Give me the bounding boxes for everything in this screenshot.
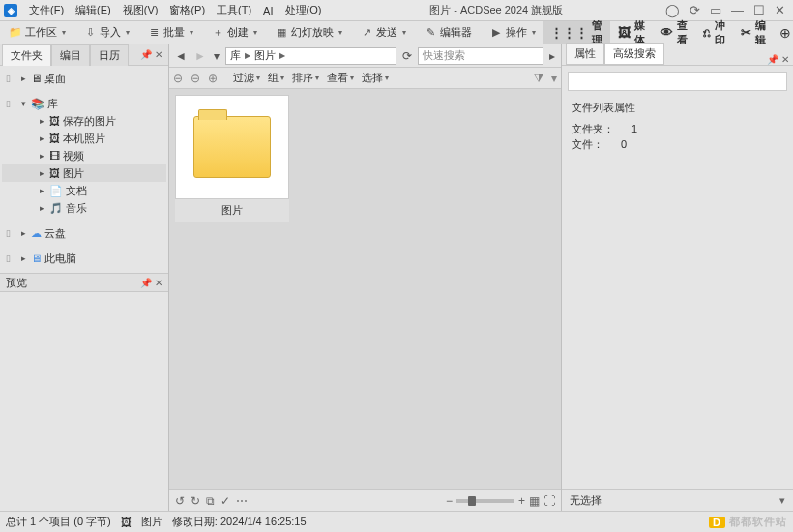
menu-file[interactable]: 文件(F) — [23, 1, 70, 19]
preview-pin-icon[interactable]: 📌 ✕ — [140, 278, 162, 288]
zoom-in-icon[interactable]: + — [518, 494, 525, 508]
refresh-icon[interactable]: ⟳ — [400, 49, 414, 63]
folder-icon — [193, 116, 271, 178]
tree-pictures[interactable]: ▸🖼图片 — [2, 164, 166, 182]
tb-workspace[interactable]: 📁工作区▾ — [4, 23, 71, 42]
nav-fwd-icon[interactable]: ► — [192, 49, 208, 63]
tree-this-pc[interactable]: ▯▸🖥此电脑 — [2, 250, 166, 267]
tb-action[interactable]: ▶操作▾ — [485, 23, 541, 42]
sync-icon[interactable]: ⟳ — [690, 3, 700, 17]
menu-process[interactable]: 处理(O) — [279, 1, 328, 19]
tb-create[interactable]: ＋创建▾ — [206, 23, 262, 42]
compare-icon[interactable]: ⧉ — [206, 494, 215, 508]
mode-develop[interactable]: ⎌冲印 — [695, 21, 733, 44]
more-icon[interactable]: ⋯ — [236, 494, 248, 508]
status-type-icon: 🖼 — [121, 517, 132, 528]
tree-desktop[interactable]: ▯▸🖥桌面 — [2, 70, 166, 87]
status-type: 图片 — [141, 515, 162, 529]
view-button[interactable]: 查看▾ — [327, 71, 354, 85]
tab-folders[interactable]: 文件夹 — [2, 44, 51, 66]
zoom-slider[interactable] — [456, 499, 514, 503]
property-header: 文件列表属性 — [572, 101, 783, 115]
thumb-frame — [175, 95, 289, 199]
tab-advanced-search[interactable]: 高级搜索 — [604, 43, 664, 65]
menu-ai[interactable]: AI — [257, 3, 279, 18]
batch-icon: ≣ — [147, 26, 161, 40]
nav-drop-icon[interactable]: ▾ — [212, 49, 221, 63]
tb-import[interactable]: ⇩导入▾ — [78, 23, 134, 42]
property-search-input[interactable] — [568, 72, 787, 91]
menu-view[interactable]: 视图(V) — [117, 1, 164, 19]
sort-button[interactable]: 排序▾ — [292, 71, 319, 85]
ext-icon[interactable]: ▭ — [710, 3, 721, 17]
mode-tabs: ⋮⋮⋮管理 🖼媒体 👁查看 ⎌冲印 ✂编辑 ⊕ ⫾⫾ — [543, 21, 793, 44]
tab-catalog[interactable]: 编目 — [51, 44, 90, 66]
folder-tree[interactable]: ▯▸🖥桌面 ▯▾📚库 ▸🖼保存的图片 ▸🖼本机照片 ▸🎞视频 ▸🖼图片 ▸📄文档… — [0, 66, 168, 273]
nav-prev-icon[interactable]: ⊖ — [173, 72, 183, 85]
prop-file-value: 0 — [621, 136, 627, 152]
globe-icon[interactable]: ⊕ — [779, 25, 791, 41]
tb-batch[interactable]: ≣批量▾ — [142, 23, 198, 42]
tree-documents[interactable]: ▸📄文档 — [2, 182, 166, 199]
close-icon[interactable]: ✕ — [775, 3, 785, 17]
zoom-out-icon[interactable]: − — [446, 494, 453, 508]
tree-videos[interactable]: ▸🎞视频 — [2, 147, 166, 164]
tb-send[interactable]: ↗发送▾ — [355, 23, 411, 42]
edit-icon: ✂ — [741, 25, 751, 40]
fullscreen-icon[interactable]: ⛶ — [543, 494, 555, 508]
menu-tools[interactable]: 工具(T) — [211, 1, 257, 19]
thumb-toolbar: ↺ ↻ ⧉ ✓ ⋯ − + ▦ ⛶ — [169, 489, 561, 511]
user-icon[interactable]: ◯ — [665, 3, 680, 17]
grid-icon: ⋮⋮⋮ — [550, 25, 588, 40]
tb-editor[interactable]: ✎编辑器 — [419, 23, 477, 42]
chevron-right-icon: ▶ — [279, 51, 285, 60]
view-mode-icon[interactable]: ▦ — [529, 494, 540, 508]
send-icon: ↗ — [360, 26, 373, 40]
slideshow-icon: ▦ — [275, 26, 288, 40]
quick-search-input[interactable]: 快速搜索 — [418, 47, 543, 65]
tab-properties[interactable]: 属性 — [566, 43, 604, 65]
rotate-right-icon[interactable]: ↻ — [191, 494, 200, 508]
breadcrumb[interactable]: 库 ▶ 图片 ▶ — [225, 47, 396, 65]
nav-next-icon[interactable]: ⊖ — [191, 72, 200, 85]
rotate-left-icon[interactable]: ↺ — [175, 494, 185, 508]
tree-cloud[interactable]: ▯▸☁云盘 — [2, 224, 166, 242]
develop-icon: ⎌ — [703, 25, 711, 40]
crumb-pictures[interactable]: 图片 — [254, 48, 276, 63]
minimize-icon[interactable]: — — [731, 3, 744, 17]
thumbnail-item[interactable]: 图片 — [175, 95, 289, 222]
crumb-library[interactable]: 库 — [230, 48, 241, 63]
nav-back-icon[interactable]: ◄ — [173, 49, 189, 63]
chevron-right-icon: ▶ — [245, 51, 250, 60]
tree-saved-pictures[interactable]: ▸🖼保存的图片 — [2, 112, 166, 130]
funnel-icon[interactable]: ⧩ — [534, 72, 543, 85]
search-go-icon[interactable]: ▸ — [547, 49, 557, 63]
nav-up-icon[interactable]: ⊕ — [208, 72, 218, 85]
select-button[interactable]: 选择▾ — [362, 71, 389, 85]
tab-calendar[interactable]: 日历 — [90, 44, 129, 66]
prop-pin-icon[interactable]: 📌 ✕ — [767, 54, 789, 65]
status-date: 修改日期: 2024/1/4 16:25:15 — [172, 515, 307, 529]
tree-library[interactable]: ▯▾📚库 — [2, 95, 166, 112]
prop-folder-label: 文件夹： — [572, 121, 614, 136]
group-button[interactable]: 组▾ — [268, 71, 284, 85]
mode-view[interactable]: 👁查看 — [653, 21, 695, 44]
maximize-icon[interactable]: ☐ — [753, 3, 765, 17]
cloud-icon: ☁ — [31, 227, 42, 240]
pin-icon[interactable]: 📌 ✕ — [134, 49, 168, 60]
mode-edit[interactable]: ✂编辑 — [733, 21, 774, 44]
eye-icon: 👁 — [661, 25, 673, 40]
tree-local-photos[interactable]: ▸🖼本机照片 — [2, 130, 166, 147]
zoom-control: − + ▦ ⛶ — [446, 494, 555, 508]
filter-opts-icon[interactable]: ▾ — [551, 72, 557, 85]
tag-icon[interactable]: ✓ — [220, 494, 230, 508]
menu-panes[interactable]: 窗格(P) — [163, 1, 211, 19]
tb-slideshow[interactable]: ▦幻灯放映▾ — [270, 23, 347, 42]
selection-drop-icon[interactable]: ▾ — [779, 494, 785, 507]
mode-manage[interactable]: ⋮⋮⋮管理 — [543, 21, 610, 44]
filter-button[interactable]: 过滤▾ — [233, 71, 260, 85]
tree-music[interactable]: ▸🎵音乐 — [2, 199, 166, 217]
mode-media[interactable]: 🖼媒体 — [610, 21, 653, 44]
thumbnail-area[interactable]: 图片 — [169, 89, 561, 489]
menu-edit[interactable]: 编辑(E) — [70, 1, 117, 19]
